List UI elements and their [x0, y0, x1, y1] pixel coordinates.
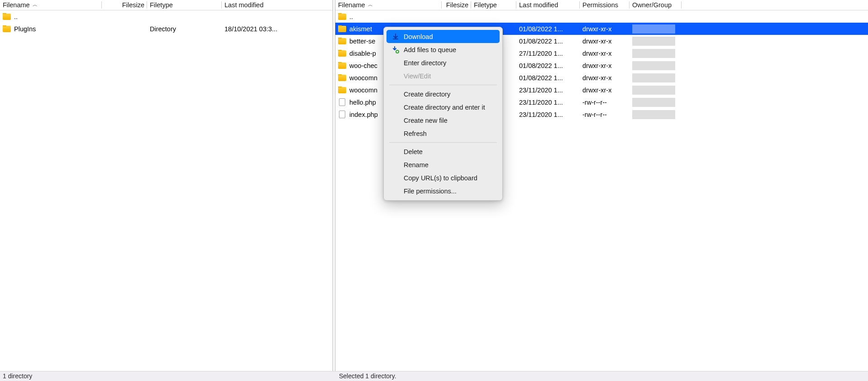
local-file-list[interactable]: ..PlugInsDirectory18/10/2021 03:3... — [0, 10, 333, 371]
menu-add-queue-label: Add files to queue — [404, 46, 456, 53]
file-name: .. — [14, 13, 18, 20]
spacer-icon — [392, 174, 399, 182]
spacer-icon — [392, 148, 399, 155]
col-filename[interactable]: Filename ︿ — [0, 0, 102, 10]
spacer-icon — [392, 91, 399, 98]
folder-icon — [338, 14, 346, 20]
col-filename[interactable]: Filename ︿ — [335, 0, 442, 10]
file-name: .. — [349, 13, 353, 20]
file-name: better-se — [349, 38, 375, 45]
file-name: index.php — [349, 111, 378, 118]
table-row[interactable]: PlugInsDirectory18/10/2021 03:3... — [0, 23, 333, 35]
col-lastmodified-label: Last modified — [519, 1, 558, 9]
spacer-icon — [392, 130, 399, 137]
file-name: hello.php — [349, 99, 376, 106]
local-header: Filename ︿ Filesize Filetype Last modifi… — [0, 0, 333, 10]
col-filesize-label: Filesize — [446, 1, 468, 9]
last-modified: 01/08/2022 1... — [516, 62, 580, 69]
menu-file-permissions-label: File permissions... — [404, 188, 457, 195]
remote-file-list[interactable]: ..akismet01/08/2022 1...drwxr-xr-xbetter… — [335, 10, 868, 371]
permissions: drwxr-xr-x — [580, 87, 630, 94]
download-icon — [392, 33, 399, 40]
menu-refresh[interactable]: Refresh — [384, 127, 502, 140]
col-lastmodified[interactable]: Last modified — [516, 0, 580, 10]
col-lastmodified[interactable]: Last modified — [222, 0, 333, 10]
spacer-icon — [392, 104, 399, 111]
sort-asc-icon: ︿ — [368, 1, 373, 8]
menu-delete-label: Delete — [404, 148, 423, 155]
owner-group — [630, 49, 682, 58]
permissions: drwxr-xr-x — [580, 74, 630, 82]
folder-icon — [338, 87, 346, 93]
menu-enter-directory-label: Enter directory — [404, 59, 446, 67]
col-filetype-label: Filetype — [150, 1, 173, 9]
menu-enter-directory[interactable]: Enter directory — [384, 56, 502, 69]
last-modified: 01/08/2022 1... — [516, 25, 580, 33]
last-modified: 18/10/2021 03:3... — [222, 25, 333, 33]
last-modified: 01/08/2022 1... — [516, 74, 580, 82]
menu-download[interactable]: Download — [386, 30, 500, 43]
col-filesize[interactable]: Filesize — [442, 0, 471, 10]
permissions: -rw-r--r-- — [580, 99, 630, 106]
owner-group — [630, 61, 682, 70]
spacer-icon — [392, 72, 399, 80]
col-lastmodified-label: Last modified — [224, 1, 263, 9]
add-queue-icon — [392, 46, 399, 53]
file-type: Directory — [147, 25, 222, 33]
folder-icon — [3, 14, 11, 20]
status-bar: 1 directory Selected 1 directory. — [0, 371, 868, 381]
col-ownergroup-label: Owner/Group — [632, 1, 672, 9]
table-row[interactable]: .. — [335, 10, 868, 23]
folder-icon — [3, 26, 11, 32]
col-filesize-label: Filesize — [122, 1, 144, 9]
col-permissions[interactable]: Permissions — [580, 0, 630, 10]
owner-group — [630, 98, 682, 107]
menu-file-permissions[interactable]: File permissions... — [384, 184, 502, 198]
file-name: woo-chec — [349, 62, 377, 69]
permissions: drwxr-xr-x — [580, 25, 630, 33]
last-modified: 01/08/2022 1... — [516, 38, 580, 45]
col-filetype[interactable]: Filetype — [147, 0, 222, 10]
owner-group — [630, 24, 682, 34]
col-filetype[interactable]: Filetype — [471, 0, 516, 10]
menu-view-edit: View/Edit — [384, 69, 502, 82]
permissions: drwxr-xr-x — [580, 50, 630, 57]
menu-view-edit-label: View/Edit — [404, 72, 431, 80]
col-ownergroup[interactable]: Owner/Group — [630, 0, 682, 10]
col-filetype-label: Filetype — [474, 1, 497, 9]
menu-create-file-label: Create new file — [404, 117, 448, 124]
menu-delete[interactable]: Delete — [384, 145, 502, 158]
menu-create-directory-enter[interactable]: Create directory and enter it — [384, 101, 502, 114]
file-name: disable-p — [349, 50, 376, 57]
last-modified: 23/11/2020 1... — [516, 87, 580, 94]
spacer-icon — [392, 117, 399, 124]
menu-separator — [389, 142, 497, 143]
owner-group — [630, 110, 682, 119]
table-row[interactable]: .. — [0, 10, 333, 23]
permissions: drwxr-xr-x — [580, 62, 630, 69]
last-modified: 27/11/2020 1... — [516, 50, 580, 57]
owner-group — [630, 73, 682, 82]
menu-rename-label: Rename — [404, 161, 429, 169]
file-name: PlugIns — [14, 25, 36, 33]
local-pane: Filename ︿ Filesize Filetype Last modifi… — [0, 0, 333, 371]
local-status: 1 directory — [0, 371, 333, 381]
owner-group — [630, 86, 682, 95]
file-name: woocomn — [349, 87, 377, 94]
menu-create-directory-label: Create directory — [404, 91, 450, 98]
sort-asc-icon: ︿ — [33, 1, 38, 8]
menu-create-file[interactable]: Create new file — [384, 114, 502, 127]
menu-rename[interactable]: Rename — [384, 158, 502, 171]
menu-add-queue[interactable]: Add files to queue — [384, 43, 502, 56]
spacer-icon — [392, 161, 399, 169]
folder-icon — [338, 63, 346, 69]
menu-refresh-label: Refresh — [404, 130, 427, 137]
menu-copy-url[interactable]: Copy URL(s) to clipboard — [384, 171, 502, 184]
menu-create-directory[interactable]: Create directory — [384, 87, 502, 101]
folder-icon — [338, 75, 346, 81]
last-modified: 23/11/2020 1... — [516, 111, 580, 118]
remote-header: Filename ︿ Filesize Filetype Last modifi… — [335, 0, 868, 10]
file-name: akismet — [349, 25, 372, 33]
col-filesize[interactable]: Filesize — [102, 0, 147, 10]
spacer-icon — [392, 188, 399, 195]
